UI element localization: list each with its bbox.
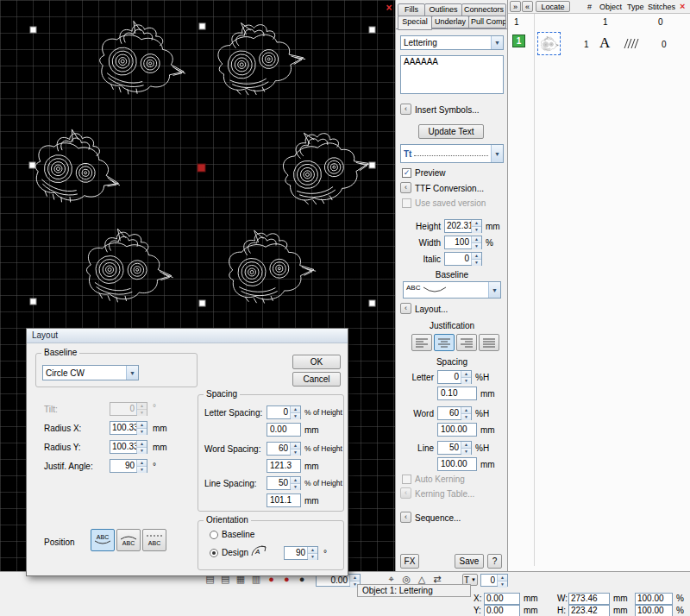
letter-spacing-pct-input[interactable]: 0 ▲▼: [267, 405, 301, 419]
spin-up-icon[interactable]: ▲: [472, 236, 481, 242]
spin-up-icon[interactable]: ▲: [291, 443, 300, 449]
word-spacing-pct-input[interactable]: 60 ▲▼: [437, 406, 472, 420]
spin-down-icon[interactable]: ▼: [472, 259, 481, 266]
spin-down-icon[interactable]: ▼: [137, 466, 147, 473]
baseline-type-dropdown[interactable]: ABC ▼: [403, 281, 501, 299]
word-spacing-mm-input[interactable]: 121.3: [267, 459, 301, 473]
spin-down-icon[interactable]: ▼: [461, 448, 471, 455]
position-baseline-middle-button[interactable]: ABC: [116, 529, 141, 551]
position-baseline-above-button[interactable]: ABC: [142, 529, 166, 551]
baseline-dropdown[interactable]: Circle CW ▼: [42, 365, 139, 380]
spin-down-icon[interactable]: ▼: [291, 449, 300, 456]
spin-down-icon[interactable]: ▼: [461, 377, 471, 384]
spin-down-icon[interactable]: ▼: [472, 242, 481, 249]
line-spacing-mm-input[interactable]: 100.00: [437, 457, 477, 471]
sequence-expand-icon[interactable]: ‹: [400, 512, 411, 523]
font-preview-dropdown[interactable]: Tt ▼: [400, 144, 504, 163]
design-width-field[interactable]: 273.46: [568, 593, 610, 605]
spin-up-icon[interactable]: ▲: [137, 460, 147, 466]
tab-connectors[interactable]: Connectors: [461, 3, 506, 16]
justify-full-button[interactable]: [479, 334, 499, 351]
spin-down-icon[interactable]: ▼: [137, 428, 147, 435]
rotation-center-marker[interactable]: [198, 164, 205, 172]
preview-checkbox[interactable]: ✓ Preview: [402, 168, 446, 178]
line-spacing-pct-input[interactable]: 50 ▲▼: [437, 441, 472, 455]
collapse-all-icon[interactable]: »: [510, 1, 521, 12]
tab-fills[interactable]: Fills: [398, 3, 425, 16]
spin-down-icon[interactable]: ▼: [472, 226, 481, 233]
width-input[interactable]: 100 ▲▼: [444, 236, 482, 249]
spin-up-icon[interactable]: ▲: [498, 575, 507, 581]
word-spacing-mm-input[interactable]: 100.00: [437, 423, 477, 437]
spin-up-icon[interactable]: ▲: [308, 547, 317, 553]
justif-angle-input[interactable]: 90 ▲▼: [110, 459, 147, 473]
object-thumbnail[interactable]: [537, 32, 561, 55]
color-badge[interactable]: 1: [512, 35, 525, 47]
cancel-button[interactable]: Cancel: [292, 372, 341, 387]
italic-input[interactable]: 0 ▲▼: [444, 252, 482, 266]
object-type-dropdown[interactable]: Lettering ▼: [400, 35, 504, 50]
save-button[interactable]: Save: [455, 554, 484, 569]
spin-up-icon[interactable]: ▲: [291, 406, 300, 412]
spin-up-icon[interactable]: ▲: [350, 575, 360, 581]
justify-right-button[interactable]: [456, 334, 477, 351]
orientation-design-radio[interactable]: Design: [210, 548, 248, 557]
tab-pull-comp[interactable]: Pull Comp: [468, 16, 506, 28]
height-input[interactable]: 202.31 ▲▼: [444, 219, 482, 233]
close-panel-icon[interactable]: ×: [680, 1, 685, 11]
spin-down-icon[interactable]: ▼: [461, 413, 471, 420]
spin-up-icon[interactable]: ▲: [472, 253, 481, 259]
fx-effects-button[interactable]: FX: [400, 554, 419, 569]
radius-y-input[interactable]: 100.33 ▲▼: [110, 440, 147, 454]
design-height-field[interactable]: 223.42: [568, 605, 610, 616]
spin-up-icon[interactable]: ▲: [137, 441, 147, 447]
text-size-input[interactable]: 0 ▲▼: [480, 574, 508, 587]
spin-up-icon[interactable]: ▲: [461, 407, 471, 413]
expand-all-icon[interactable]: «: [522, 1, 533, 12]
letter-spacing-mm-input[interactable]: 0.10: [437, 387, 477, 400]
tab-special[interactable]: Special: [398, 16, 432, 30]
insert-symbols-expand-icon[interactable]: ‹: [400, 104, 411, 115]
spin-up-icon[interactable]: ▲: [461, 442, 471, 448]
position-baseline-below-button[interactable]: ABC: [91, 529, 115, 551]
close-design-icon[interactable]: ×: [383, 2, 395, 14]
radius-x-input[interactable]: 100.33 ▲▼: [110, 421, 147, 435]
orientation-angle-input[interactable]: 90 ▲▼: [284, 546, 318, 560]
ttf-conversion-button[interactable]: TTF Conversion...: [415, 184, 484, 193]
spin-down-icon[interactable]: ▼: [291, 412, 300, 419]
lettering-text-input[interactable]: AAAAAA: [400, 55, 504, 94]
layout-expand-icon[interactable]: ‹: [400, 303, 411, 314]
scale-width-field[interactable]: 100.00: [635, 593, 673, 605]
insert-symbols-button[interactable]: Insert Symbols...: [415, 105, 479, 115]
locate-button[interactable]: Locate: [536, 1, 570, 12]
tab-outlines[interactable]: Outlines: [424, 3, 462, 16]
tab-underlay[interactable]: Underlay: [431, 16, 469, 28]
help-button[interactable]: ?: [487, 554, 502, 569]
chevron-down-icon[interactable]: ▼: [126, 366, 138, 380]
justify-left-button[interactable]: [411, 334, 432, 351]
update-text-button[interactable]: Update Text: [418, 124, 484, 139]
line-spacing-mm-input[interactable]: 101.1: [267, 493, 301, 507]
word-spacing-pct-input[interactable]: 60 ▲▼: [267, 442, 301, 456]
ttf-conversion-expand-icon[interactable]: ‹: [400, 182, 411, 193]
justify-center-button[interactable]: [434, 334, 455, 351]
letter-spacing-pct-input[interactable]: 0 ▲▼: [437, 370, 472, 384]
y-coordinate-field[interactable]: 0.00: [484, 605, 520, 616]
layout-button[interactable]: Layout...: [415, 305, 448, 314]
chevron-down-icon[interactable]: ▼: [491, 36, 503, 49]
spin-down-icon[interactable]: ▼: [308, 553, 317, 560]
spin-down-icon[interactable]: ▼: [137, 447, 147, 454]
spin-down-icon[interactable]: ▼: [498, 581, 507, 588]
chevron-down-icon[interactable]: ▼: [488, 282, 500, 298]
line-spacing-pct-input[interactable]: 50 ▲▼: [267, 476, 301, 490]
spin-up-icon[interactable]: ▲: [291, 477, 300, 483]
spin-up-icon[interactable]: ▲: [461, 371, 471, 377]
ok-button[interactable]: OK: [292, 355, 341, 369]
orientation-baseline-radio[interactable]: Baseline: [210, 530, 254, 539]
letter-spacing-mm-input[interactable]: 0.00: [267, 423, 301, 437]
chevron-down-icon[interactable]: ▼: [491, 145, 503, 162]
spin-up-icon[interactable]: ▲: [472, 220, 481, 226]
scale-height-field[interactable]: 100.00: [635, 605, 673, 616]
dialog-titlebar[interactable]: Layout: [27, 329, 348, 343]
sequence-button[interactable]: Sequence...: [415, 513, 461, 523]
